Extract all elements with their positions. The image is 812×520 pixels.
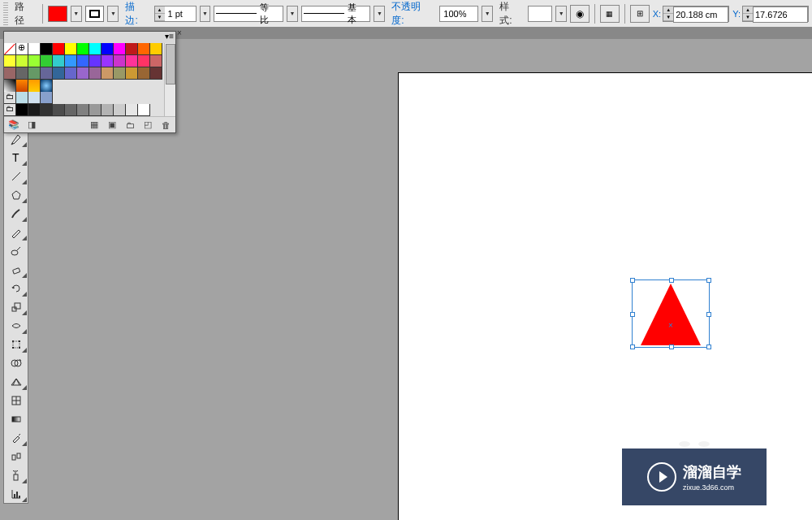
x-up[interactable]: ▲ xyxy=(663,6,673,14)
color-swatch[interactable] xyxy=(138,67,150,80)
color-swatch[interactable] xyxy=(41,55,53,67)
pencil-tool[interactable] xyxy=(4,223,28,241)
color-swatch[interactable] xyxy=(126,67,138,80)
handle-bottom-middle[interactable] xyxy=(669,344,674,349)
x-down[interactable]: ▼ xyxy=(663,14,673,21)
type-tool[interactable]: T xyxy=(4,148,28,167)
perspective-grid-tool[interactable] xyxy=(4,372,28,391)
free-transform-tool[interactable] xyxy=(4,335,28,353)
swatches-scrollbar[interactable] xyxy=(164,43,175,116)
swatch-group-folder-icon[interactable]: 🗀 xyxy=(4,104,16,116)
graph-tool[interactable] xyxy=(4,484,28,503)
swatch-kind-icon[interactable]: ◨ xyxy=(25,119,38,132)
opacity-dropdown[interactable] xyxy=(482,6,493,22)
delete-swatch-icon[interactable]: 🗑 xyxy=(159,119,172,132)
handle-top-middle[interactable] xyxy=(669,278,674,283)
stroke-weight-input[interactable] xyxy=(165,6,196,21)
color-swatch[interactable] xyxy=(89,55,102,67)
paintbrush-tool[interactable] xyxy=(4,204,28,223)
color-swatch[interactable] xyxy=(16,104,28,116)
color-swatch[interactable] xyxy=(150,55,162,67)
align-button[interactable]: ▦ xyxy=(600,5,620,23)
color-swatch[interactable] xyxy=(41,67,53,80)
swatches-panel-header[interactable]: ▾≡ xyxy=(4,32,175,43)
handle-top-right[interactable] xyxy=(706,278,711,283)
color-swatch[interactable] xyxy=(4,43,16,55)
color-swatch[interactable] xyxy=(114,104,126,116)
blob-brush-tool[interactable] xyxy=(4,241,28,260)
color-swatch[interactable] xyxy=(102,55,114,67)
color-swatch[interactable] xyxy=(102,67,114,80)
color-swatch[interactable] xyxy=(102,104,114,116)
color-swatch[interactable] xyxy=(114,55,126,67)
color-swatch[interactable] xyxy=(126,55,138,67)
fill-dropdown[interactable] xyxy=(71,6,82,22)
scale-tool[interactable] xyxy=(4,297,28,316)
color-swatch[interactable] xyxy=(28,67,41,80)
y-up[interactable]: ▲ xyxy=(743,6,753,14)
opacity-label[interactable]: 不透明度: xyxy=(388,0,436,28)
scrollbar-thumb[interactable] xyxy=(166,44,175,84)
swatches-panel-menu-icon[interactable]: ▾≡ xyxy=(165,32,174,41)
shape-builder-tool[interactable] xyxy=(4,353,28,372)
color-swatch[interactable] xyxy=(16,92,28,104)
stroke-weight-spinner[interactable]: ▲ ▼ xyxy=(154,6,197,22)
stroke-label[interactable]: 描边: xyxy=(122,0,150,28)
handle-bottom-left[interactable] xyxy=(630,344,635,349)
line-tool[interactable] xyxy=(4,167,28,185)
color-swatch[interactable] xyxy=(4,55,16,67)
color-swatch[interactable] xyxy=(77,43,89,55)
stroke-color-swatch[interactable] xyxy=(85,6,105,22)
color-swatch[interactable] xyxy=(126,104,138,116)
new-swatch-icon[interactable]: ◰ xyxy=(141,119,154,132)
color-swatch[interactable] xyxy=(16,55,28,67)
handle-top-left[interactable] xyxy=(630,278,635,283)
color-swatch[interactable] xyxy=(138,55,150,67)
handle-middle-right[interactable] xyxy=(706,312,711,317)
gradient-swatch[interactable] xyxy=(16,80,28,92)
x-input[interactable] xyxy=(673,6,728,23)
color-swatch[interactable] xyxy=(89,43,102,55)
color-swatch[interactable] xyxy=(102,43,114,55)
color-swatch[interactable] xyxy=(65,104,77,116)
eyedropper-tool[interactable] xyxy=(4,428,28,447)
rotate-tool[interactable] xyxy=(4,279,28,297)
color-swatch[interactable] xyxy=(53,55,65,67)
stroke-weight-down[interactable]: ▼ xyxy=(155,14,165,21)
gradient-swatch[interactable] xyxy=(41,80,53,92)
color-swatch[interactable] xyxy=(28,92,41,104)
recolor-artwork-button[interactable]: ◉ xyxy=(570,5,590,23)
color-swatch[interactable] xyxy=(89,67,102,80)
profile-selector[interactable]: 等比 xyxy=(214,6,283,22)
symbol-sprayer-tool[interactable] xyxy=(4,466,28,484)
color-swatch[interactable] xyxy=(41,43,53,55)
color-swatch[interactable] xyxy=(65,43,77,55)
color-swatch[interactable] xyxy=(65,67,77,80)
style-swatch[interactable] xyxy=(528,6,552,22)
color-swatch[interactable] xyxy=(65,55,77,67)
color-swatch[interactable] xyxy=(4,67,16,80)
stroke-weight-up[interactable]: ▲ xyxy=(155,6,165,14)
color-swatch[interactable] xyxy=(114,67,126,80)
stroke-weight-dropdown[interactable] xyxy=(200,6,211,22)
color-swatch[interactable] xyxy=(126,43,138,55)
opacity-input[interactable] xyxy=(439,6,478,22)
color-swatch[interactable] xyxy=(16,67,28,80)
color-swatch[interactable] xyxy=(138,43,150,55)
color-swatch[interactable] xyxy=(53,67,65,80)
panel-grip[interactable] xyxy=(3,2,8,25)
color-swatch[interactable] xyxy=(28,43,41,55)
handle-middle-left[interactable] xyxy=(630,312,635,317)
y-input[interactable] xyxy=(753,6,808,23)
style-dropdown[interactable] xyxy=(555,6,567,22)
fill-color-swatch[interactable] xyxy=(48,6,67,22)
eraser-tool[interactable] xyxy=(4,260,28,279)
color-swatch[interactable] xyxy=(53,104,65,116)
stroke-dropdown[interactable] xyxy=(107,6,119,22)
color-swatch[interactable] xyxy=(150,67,162,80)
shape-tool[interactable] xyxy=(4,185,28,204)
y-down[interactable]: ▼ xyxy=(743,14,753,21)
blend-tool[interactable] xyxy=(4,447,28,466)
color-swatch[interactable] xyxy=(138,104,150,116)
swatch-options-icon[interactable]: ▦ xyxy=(88,119,101,132)
